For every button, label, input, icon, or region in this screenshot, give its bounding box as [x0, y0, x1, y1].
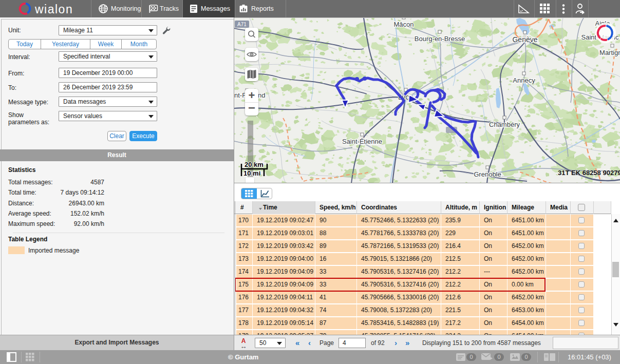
svg-text:Genève: Genève: [512, 35, 537, 44]
svg-text:10 mi: 10 mi: [243, 169, 260, 177]
svg-text:nd: nd: [258, 91, 265, 99]
svg-text:20 km: 20 km: [245, 161, 264, 168]
svg-text:A71: A71: [237, 22, 247, 27]
svg-text:Grenoble: Grenoble: [474, 170, 501, 178]
svg-text:Annecy: Annecy: [513, 76, 535, 84]
svg-text:Martigny: Martigny: [599, 49, 620, 56]
svg-text:Bourg-en-Bresse: Bourg-en-Bresse: [415, 35, 465, 43]
svg-text:nt-F: nt-F: [234, 91, 246, 99]
svg-text:Mâcon: Mâcon: [393, 21, 414, 28]
svg-text:Chambéry: Chambéry: [489, 121, 520, 128]
svg-text:Saint-Étienne: Saint-Étienne: [342, 138, 382, 145]
